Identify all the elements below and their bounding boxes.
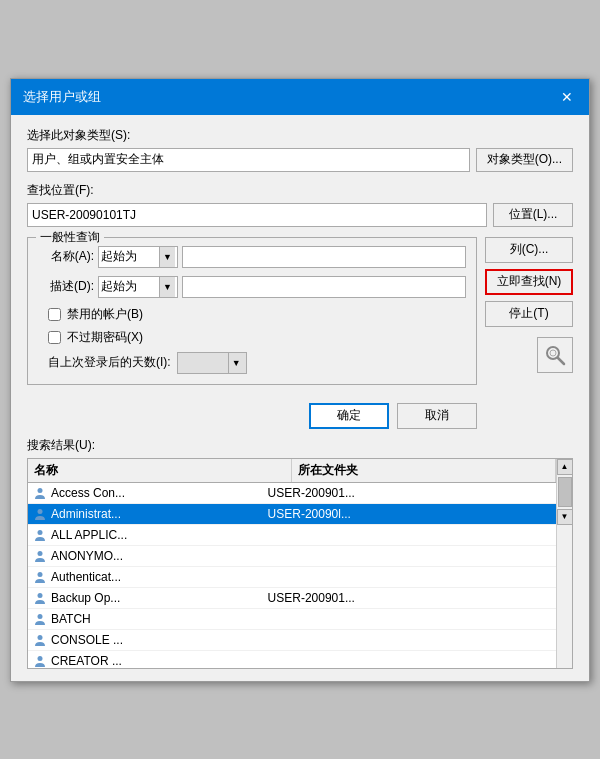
object-type-label: 选择此对象类型(S):	[27, 127, 573, 144]
noexpire-checkbox-row: 不过期密码(X)	[38, 329, 466, 346]
user-icon	[32, 485, 48, 501]
table-row[interactable]: ANONYMO...	[28, 546, 556, 567]
object-type-button[interactable]: 对象类型(O)...	[476, 148, 573, 172]
row-name: ALL APPLIC...	[51, 528, 127, 542]
location-label: 查找位置(F):	[27, 182, 573, 199]
select-user-dialog: 选择用户或组 ✕ 选择此对象类型(S): 对象类型(O)... 查找位置(F):…	[10, 78, 590, 682]
desc-label: 描述(D):	[38, 278, 94, 295]
user-icon	[32, 653, 48, 668]
table-row[interactable]: BATCH	[28, 609, 556, 630]
svg-point-4	[38, 509, 43, 514]
name-cell: ANONYMO...	[28, 546, 264, 566]
col-name-header: 名称	[28, 459, 292, 482]
svg-point-6	[38, 551, 43, 556]
user-icon	[32, 569, 48, 585]
name-cell: CREATOR ...	[28, 651, 264, 668]
row-name: CREATOR ...	[51, 654, 122, 668]
user-icon	[32, 590, 48, 606]
svg-point-7	[38, 572, 43, 577]
row-folder: USER-20090l...	[264, 505, 556, 523]
dialog-content: 选择此对象类型(S): 对象类型(O)... 查找位置(F): 位置(L)...…	[11, 115, 589, 681]
user-icon	[32, 527, 48, 543]
svg-point-2	[550, 350, 556, 356]
svg-point-9	[38, 614, 43, 619]
row-folder	[264, 575, 556, 579]
name-cell: CONSOLE ...	[28, 630, 264, 650]
desc-combo-arrow[interactable]: ▼	[159, 277, 175, 297]
location-row: 位置(L)...	[27, 203, 573, 227]
row-folder	[264, 554, 556, 558]
table-row[interactable]: Administrat...USER-20090l...	[28, 504, 556, 525]
svg-point-5	[38, 530, 43, 535]
svg-point-8	[38, 593, 43, 598]
row-folder	[264, 659, 556, 663]
sidebar-buttons: 列(C)... 立即查找(N) 停止(T)	[477, 237, 573, 433]
row-name: Access Con...	[51, 486, 125, 500]
svg-line-1	[558, 358, 564, 364]
disabled-checkbox-row: 禁用的帐户(B)	[38, 306, 466, 323]
col-folder-header: 所在文件夹	[292, 459, 556, 482]
stop-button[interactable]: 停止(T)	[485, 301, 573, 327]
scroll-down-button[interactable]: ▼	[557, 509, 573, 525]
list-button[interactable]: 列(C)...	[485, 237, 573, 263]
row-folder	[264, 533, 556, 537]
days-combo[interactable]: ▼	[177, 352, 247, 374]
results-label: 搜索结果(U):	[27, 437, 573, 454]
name-combo-arrow[interactable]: ▼	[159, 247, 175, 267]
cancel-button[interactable]: 取消	[397, 403, 477, 429]
results-header: 名称 所在文件夹	[28, 459, 556, 483]
ok-cancel-row: 确定 取消	[27, 395, 477, 433]
days-combo-arrow[interactable]: ▼	[228, 353, 244, 373]
name-label: 名称(A):	[38, 248, 94, 265]
name-cell: Authenticat...	[28, 567, 264, 587]
name-input[interactable]	[182, 246, 466, 268]
table-row[interactable]: Backup Op...USER-200901...	[28, 588, 556, 609]
location-input[interactable]	[27, 203, 487, 227]
scrollbar-track[interactable]: ▲ ▼	[556, 459, 572, 668]
dialog-title: 选择用户或组	[23, 88, 101, 106]
desc-combo[interactable]: 起始为 ▼	[98, 276, 178, 298]
object-type-input[interactable]	[27, 148, 470, 172]
noexpire-label: 不过期密码(X)	[67, 329, 143, 346]
noexpire-checkbox[interactable]	[48, 331, 61, 344]
search-now-button[interactable]: 立即查找(N)	[485, 269, 573, 295]
name-cell: Administrat...	[28, 504, 264, 524]
table-row[interactable]: ALL APPLIC...	[28, 525, 556, 546]
days-row: 自上次登录后的天数(I): ▼	[38, 352, 466, 374]
name-cell: BATCH	[28, 609, 264, 629]
results-table-wrapper: 名称 所在文件夹 Access Con...USER-200901... Adm…	[27, 458, 573, 669]
scroll-up-button[interactable]: ▲	[557, 459, 573, 475]
results-table-scroll: 名称 所在文件夹 Access Con...USER-200901... Adm…	[28, 459, 556, 668]
name-cell: Backup Op...	[28, 588, 264, 608]
row-name: ANONYMO...	[51, 549, 123, 563]
row-name: Administrat...	[51, 507, 121, 521]
table-row[interactable]: Access Con...USER-200901...	[28, 483, 556, 504]
title-bar: 选择用户或组 ✕	[11, 79, 589, 115]
location-button[interactable]: 位置(L)...	[493, 203, 573, 227]
close-button[interactable]: ✕	[557, 87, 577, 107]
main-area: 一般性查询 名称(A): 起始为 ▼ 描述(D):	[27, 237, 573, 433]
results-list[interactable]: Access Con...USER-200901... Administrat.…	[28, 483, 556, 668]
scrollbar-thumb[interactable]	[558, 477, 572, 507]
table-row[interactable]: CONSOLE ...	[28, 630, 556, 651]
desc-input[interactable]	[182, 276, 466, 298]
row-name: Backup Op...	[51, 591, 120, 605]
table-row[interactable]: CREATOR ...	[28, 651, 556, 668]
svg-point-11	[38, 656, 43, 661]
disabled-checkbox[interactable]	[48, 308, 61, 321]
name-combo[interactable]: 起始为 ▼	[98, 246, 178, 268]
left-area: 一般性查询 名称(A): 起始为 ▼ 描述(D):	[27, 237, 477, 433]
search-icon-button[interactable]	[537, 337, 573, 373]
row-folder	[264, 638, 556, 642]
row-folder: USER-200901...	[264, 484, 556, 502]
desc-row: 描述(D): 起始为 ▼	[38, 276, 466, 298]
row-name: BATCH	[51, 612, 91, 626]
row-name: CONSOLE ...	[51, 633, 123, 647]
user-icon	[32, 611, 48, 627]
name-cell: ALL APPLIC...	[28, 525, 264, 545]
table-row[interactable]: Authenticat...	[28, 567, 556, 588]
ok-button[interactable]: 确定	[309, 403, 389, 429]
row-name: Authenticat...	[51, 570, 121, 584]
row-folder	[264, 617, 556, 621]
disabled-label: 禁用的帐户(B)	[67, 306, 143, 323]
